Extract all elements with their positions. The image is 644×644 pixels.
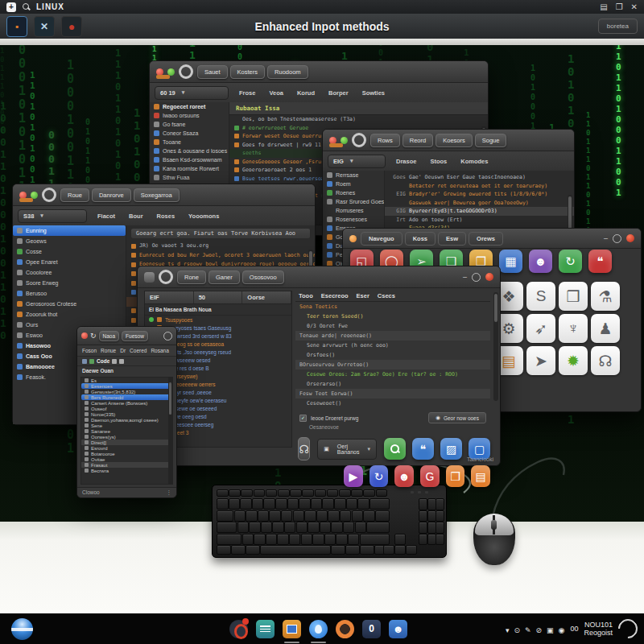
sidebar-item[interactable]: Bsaen Ksd-orsowwnam [150,155,229,164]
options-button[interactable] [349,235,357,242]
sidebar-item[interactable]: Eunning [13,225,126,236]
sidebar-item[interactable]: Go fsane [150,120,229,129]
pages-icon[interactable]: ▤ [600,2,607,11]
list-item[interactable]: Ouseof [81,406,172,411]
titlebar-button[interactable]: Naoa [99,331,120,341]
sidebar-item[interactable]: Soore Erweg [13,278,126,288]
tab[interactable]: Veoa [263,87,289,99]
editor-tab[interactable]: Rubaoat Issa [229,102,488,115]
tool-tile-icon[interactable]: ➤ [526,346,555,375]
notes-app-icon[interactable]: 0 [362,620,381,638]
sidebar-item[interactable]: Rerrsase [323,171,384,180]
action-center-icon[interactable] [614,615,642,642]
tool-tile-icon[interactable]: S [526,282,555,311]
sidebar-item[interactable]: Zoooruk thot [13,309,126,320]
app-icon-3[interactable]: ● [61,16,82,37]
tab[interactable]: Drasoe [390,155,422,167]
titlebar-button[interactable]: Koesors [436,134,473,147]
tab[interactable]: Stoos [424,155,452,167]
tab[interactable]: Koss [405,232,436,246]
more-button[interactable]: ◉Geor now ooes [428,412,486,423]
property-row[interactable]: Cesewe Oreos: 2am Srae? Ooe) Ere (tar? o… [295,369,490,379]
list-item[interactable]: Bers Rurenedd [81,394,172,400]
new-tab-icon[interactable]: + [6,2,16,12]
property-row[interactable]: Sena Toetics [295,302,490,312]
quick-action-icon[interactable]: ☻ [529,250,552,273]
sync-icon[interactable] [352,133,366,147]
property-row[interactable]: Orsfoes() [295,350,490,360]
tab[interactable]: Esecreoo [321,292,349,299]
menu-item[interactable]: Coered [130,348,147,353]
tool-tile-icon[interactable]: ➶ [526,314,555,343]
tool-icon[interactable] [112,359,117,364]
tab[interactable]: Esw [438,232,466,246]
close-button[interactable] [81,332,88,339]
titlebar-button[interactable]: Ruodoom [267,65,308,79]
app-icon[interactable]: ❒ [446,465,465,487]
list-item[interactable]: Esrovrd [81,445,172,451]
list-item[interactable]: Eesenoes [81,383,172,389]
titlebar-button[interactable]: Ososovoo [242,270,284,284]
sidebar-item[interactable]: Kana roornlse Rorwert [150,164,229,173]
list-item[interactable]: Becrwra [81,468,172,473]
list-item[interactable]: Es [81,378,172,383]
titlebar-button[interactable]: Rows [370,134,400,147]
app-icon-1[interactable]: ▪ [6,16,27,37]
quick-action-icon[interactable]: ❝ [588,250,612,273]
titlebar[interactable]: RoneGanerOsosovoo – [138,266,500,288]
clock[interactable]: NOU101 Reogoist [584,621,613,637]
chat-app-icon[interactable] [256,620,275,638]
tab[interactable]: Yooomons [183,210,225,222]
titlebar[interactable]: NaveguoKossEswOrews – [343,229,641,249]
tab[interactable]: Roses [151,210,181,222]
restore-icon[interactable] [613,234,621,243]
list-item[interactable]: Noroe(335) [81,411,172,417]
tab[interactable]: Komodes [455,155,493,167]
property-row[interactable]: Fesw Teot Eorwa() [295,389,490,398]
search-icon[interactable] [23,3,30,10]
tool-icon[interactable] [82,359,87,364]
list-item[interactable]: Botarooroe [81,451,172,456]
property-row[interactable]: Teer toren Sseed() [295,312,490,321]
tool-icon[interactable] [119,359,124,364]
water-drop-app-icon[interactable] [309,620,328,638]
sidebar-item[interactable]: Sthw Fuaa [150,173,229,182]
titlebar-button[interactable]: Kosters [230,65,265,79]
sync-icon[interactable] [42,188,56,202]
titlebar-button[interactable]: Sauet [197,65,228,79]
sidebar-item[interactable]: Ones & oousane d losoes [150,147,229,155]
app-icon[interactable]: ↻ [369,465,389,487]
scrollbar[interactable] [493,292,498,401]
close-icon[interactable] [626,234,634,242]
tab[interactable]: Eser [357,292,369,299]
close-icon[interactable]: ✕ [631,2,638,11]
list-item[interactable]: Gerwuster(3rt,5,832) [81,389,172,394]
tab[interactable]: Fiacot [92,210,121,222]
tab[interactable]: Orews [469,232,503,246]
sidebar-item[interactable]: Berusoo [13,288,126,299]
menu-item[interactable]: Dr [120,348,126,353]
list-item[interactable]: Direct[] [81,440,172,445]
titlebar[interactable]: RoueDanrorveSoxegarroa [13,184,315,206]
sidebar-item[interactable]: Coneor Ssaza [150,129,229,138]
sidebar-item[interactable]: Opee Enaret [13,257,126,267]
sidebar-item[interactable]: Regoecet roreet [150,102,229,111]
refresh-icon[interactable]: ↻ [90,332,97,340]
titlebar-button[interactable]: Rone [177,270,206,284]
file-explorer-icon[interactable] [283,620,301,638]
tray-icon[interactable]: ⊘ [536,626,543,634]
sidebar-item[interactable]: Roenes [323,188,384,197]
property-row[interactable]: Tenaue arde| reoeneae() [295,331,490,341]
titlebar-button[interactable]: Fuesow [122,331,148,341]
tab[interactable]: Sowties [357,87,390,99]
menu-item[interactable]: Foson [82,348,97,353]
sidebar-item[interactable]: Geoews [13,236,126,246]
minimize-icon[interactable]: – [463,273,467,281]
property-row[interactable]: 0/3 Ooret Fwe [295,321,490,331]
tool-tile-icon[interactable]: ♆ [559,314,588,343]
app-icon[interactable]: ☻ [394,465,414,487]
tray-icon[interactable]: ✎ [525,626,531,634]
titlebar-button[interactable]: Reord [402,134,433,147]
restore-icon[interactable] [472,273,481,282]
tab[interactable]: Bour [123,210,149,222]
